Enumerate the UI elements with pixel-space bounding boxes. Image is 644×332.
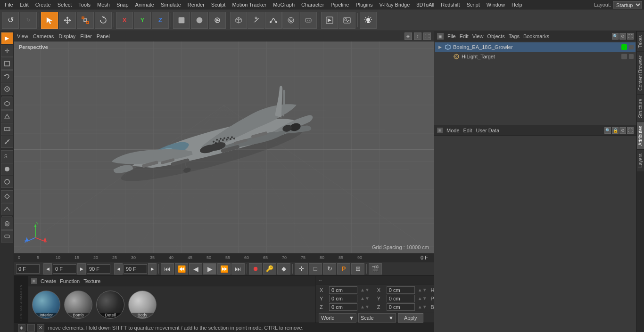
apply-button[interactable]: Apply bbox=[398, 313, 423, 323]
z-pos-field[interactable]: 0 cm bbox=[329, 303, 357, 311]
boeing-render-dot[interactable] bbox=[629, 45, 634, 49]
menu-animate[interactable]: Animate bbox=[132, 1, 157, 8]
z-size-field[interactable]: 0 cm bbox=[387, 303, 415, 311]
menu-mograph[interactable]: MoGraph bbox=[270, 1, 297, 8]
menu-motion-tracker[interactable]: Motion Tracker bbox=[229, 1, 269, 8]
rotate-key-button[interactable]: ↻ bbox=[323, 263, 336, 275]
object-mode-button[interactable] bbox=[173, 12, 190, 29]
menu-edit[interactable]: Edit bbox=[17, 1, 32, 8]
attr-userdata-menu[interactable]: User Data bbox=[476, 128, 500, 133]
film-button[interactable]: 🎬 bbox=[369, 263, 382, 275]
z2-spin[interactable]: ▲▼ bbox=[418, 304, 427, 309]
hilight-render-dot[interactable] bbox=[629, 54, 634, 59]
attr-settings-icon[interactable]: ⚙ bbox=[619, 127, 626, 134]
left-tool-14[interactable] bbox=[1, 218, 13, 230]
attr-search-icon[interactable]: 🔍 bbox=[604, 127, 611, 134]
left-tool-4[interactable] bbox=[1, 83, 13, 95]
frame-field-2[interactable]: 0 F bbox=[53, 264, 76, 274]
obj-expand-icon[interactable]: ⛶ bbox=[627, 33, 634, 40]
scale-tool-button[interactable] bbox=[77, 12, 94, 29]
left-tool-15[interactable] bbox=[1, 230, 13, 243]
menu-vray[interactable]: V-Ray Bridge bbox=[377, 1, 413, 8]
left-tool-8[interactable] bbox=[1, 136, 13, 148]
left-tool-13[interactable] bbox=[1, 203, 13, 215]
x-pos-field[interactable]: 0 cm bbox=[329, 286, 357, 294]
field-button[interactable] bbox=[282, 12, 299, 29]
tab-takes[interactable]: Takes bbox=[637, 31, 644, 51]
prev-frame-button[interactable]: ⏪ bbox=[175, 263, 188, 275]
menu-character[interactable]: Character bbox=[298, 1, 327, 8]
vp-display-menu[interactable]: Display bbox=[58, 33, 75, 39]
vp-ctrl-3[interactable]: ⛶ bbox=[423, 32, 431, 40]
frame-field-1[interactable]: 0 F bbox=[16, 264, 40, 274]
menu-3dtoall[interactable]: 3DToAll bbox=[413, 1, 437, 8]
menu-simulate[interactable]: Simulate bbox=[158, 1, 184, 8]
material-bomb[interactable]: Bomb bbox=[64, 291, 92, 319]
left-tool-3[interactable] bbox=[1, 70, 13, 82]
status-close-button[interactable]: ✕ bbox=[37, 324, 44, 332]
left-tool-7[interactable] bbox=[1, 123, 13, 135]
deformer-button[interactable] bbox=[300, 12, 317, 29]
attr-lock-icon[interactable]: 🔒 bbox=[612, 127, 619, 134]
menu-plugins[interactable]: Plugins bbox=[353, 1, 375, 8]
next-frame-button[interactable]: ⏩ bbox=[217, 263, 231, 275]
left-tool-9[interactable]: S bbox=[1, 150, 13, 162]
vp-panel-menu[interactable]: Panel bbox=[97, 33, 110, 39]
render-view-button[interactable] bbox=[321, 12, 338, 29]
y-spin[interactable]: ▲▼ bbox=[360, 296, 370, 301]
pen-button[interactable] bbox=[248, 12, 264, 29]
record-button[interactable]: ⏺ bbox=[249, 263, 262, 275]
material-body[interactable]: Body bbox=[128, 291, 157, 319]
frame-spinner-up[interactable]: ▶ bbox=[77, 263, 86, 275]
cube-button[interactable] bbox=[230, 12, 247, 29]
world-dropdown[interactable]: World ▼ bbox=[319, 313, 356, 323]
keyframe-button[interactable]: ◆ bbox=[277, 263, 290, 275]
x-spin[interactable]: ▲▼ bbox=[360, 287, 370, 292]
layout-select[interactable]: Startup bbox=[613, 1, 642, 8]
frame-spinner2-up[interactable]: ▶ bbox=[148, 263, 157, 275]
menu-script[interactable]: Script bbox=[464, 1, 483, 8]
vp-view-menu[interactable]: View bbox=[17, 33, 28, 39]
obj-settings-icon[interactable]: ⚙ bbox=[619, 33, 626, 40]
vp-cameras-menu[interactable]: Cameras bbox=[33, 33, 54, 39]
grid-button[interactable]: ⊞ bbox=[351, 263, 364, 275]
left-tool-1[interactable]: ✛ bbox=[1, 45, 13, 57]
material-detail[interactable]: Deteil bbox=[96, 291, 124, 319]
menu-render[interactable]: Render bbox=[185, 1, 207, 8]
material-interior[interactable]: Interior bbox=[32, 291, 60, 319]
y-size-field[interactable]: 0 cm bbox=[387, 295, 415, 302]
y2-spin[interactable]: ▲▼ bbox=[418, 296, 427, 301]
left-tool-10[interactable] bbox=[1, 163, 13, 175]
scale-dropdown[interactable]: Scale ▼ bbox=[358, 313, 396, 323]
attr-edit-menu[interactable]: Edit bbox=[463, 128, 472, 133]
menu-redshift[interactable]: Redshift bbox=[438, 1, 462, 8]
frame-spinner2-down[interactable]: ◀ bbox=[114, 263, 123, 275]
obj-objects-menu[interactable]: Objects bbox=[487, 33, 504, 39]
move-key-button[interactable]: ✛ bbox=[295, 263, 308, 275]
left-tool-5[interactable] bbox=[1, 97, 13, 110]
obj-tags-menu[interactable]: Tags bbox=[509, 33, 520, 39]
play-back-button[interactable]: ◀ bbox=[189, 263, 202, 275]
timeline-ruler[interactable]: 0 5 10 15 20 25 30 35 40 45 50 55 60 65 … bbox=[14, 253, 434, 262]
menu-window[interactable]: Window bbox=[484, 1, 508, 8]
left-tool-2[interactable] bbox=[1, 57, 13, 70]
obj-search-icon[interactable]: 🔍 bbox=[612, 33, 619, 40]
obj-view-menu[interactable]: View bbox=[472, 33, 484, 39]
menu-mesh[interactable]: Mesh bbox=[94, 1, 113, 8]
obj-file-menu[interactable]: File bbox=[447, 33, 456, 39]
menu-tools[interactable]: Tools bbox=[75, 1, 93, 8]
frame-spinner-down[interactable]: ◀ bbox=[43, 263, 52, 275]
boeing-expand-icon[interactable]: ▶ bbox=[437, 44, 443, 50]
x-size-field[interactable]: 0 cm bbox=[387, 286, 415, 294]
hilight-visible-dot[interactable] bbox=[621, 54, 627, 59]
frame-field-4[interactable]: 90 F bbox=[124, 264, 147, 274]
obj-bookmarks-menu[interactable]: Bookmarks bbox=[523, 33, 549, 39]
left-tool-0[interactable]: ▶ bbox=[1, 32, 13, 44]
viewport-canvas[interactable]: Y X Z Perspective Grid Spacing : 10000 c… bbox=[14, 41, 434, 253]
menu-select[interactable]: Select bbox=[55, 1, 75, 8]
menu-sculpt[interactable]: Sculpt bbox=[208, 1, 229, 8]
tab-structure[interactable]: Structure bbox=[637, 95, 644, 122]
go-end-button[interactable]: ⏭ bbox=[231, 263, 245, 275]
z-spin[interactable]: ▲▼ bbox=[360, 304, 370, 309]
tab-attributes[interactable]: Attributes bbox=[637, 121, 644, 149]
